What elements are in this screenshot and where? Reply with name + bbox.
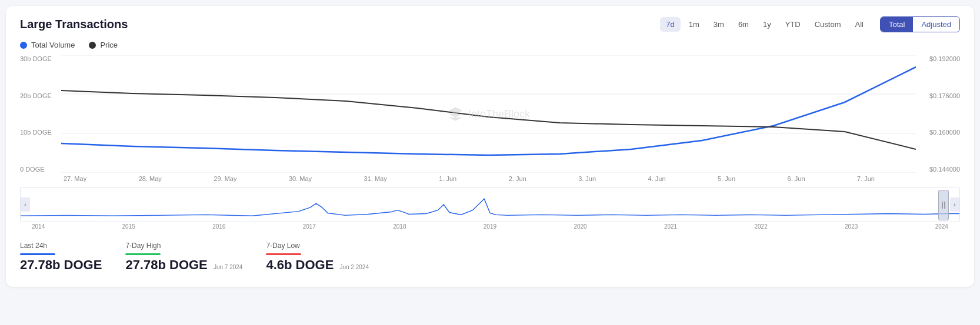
x-label-27may: 27. May — [64, 175, 86, 182]
time-filter-ytd[interactable]: YTD — [779, 17, 806, 32]
stat-7day-high-line — [125, 253, 161, 255]
mini-x-2019: 2019 — [484, 223, 496, 230]
x-label-4jun: 4. Jun — [648, 175, 666, 182]
time-filter-3m[interactable]: 3m — [708, 17, 730, 32]
main-chart-area: IntoTheBlock — [61, 55, 916, 173]
mini-scroll-right-button[interactable]: › — [950, 197, 959, 212]
main-chart-svg — [61, 55, 916, 173]
time-filters: 7d1m3m6m1yYTDCustomAll — [660, 17, 869, 32]
x-label-31may: 31. May — [364, 175, 387, 182]
mini-x-2024: 2024 — [935, 223, 948, 230]
legend-price: Price — [89, 41, 118, 49]
toggle-adjusted-button[interactable]: Adjusted — [913, 17, 959, 32]
stat-7day-low-value: 4.6b DOGE Jun 2 2024 — [266, 257, 369, 273]
stat-7day-high-label: 7-Day High — [125, 242, 242, 250]
mini-x-2018: 2018 — [393, 223, 406, 230]
top-controls: 7d1m3m6m1yYTDCustomAll Total Adjusted — [660, 16, 960, 32]
y-label-20b: 20b DOGE — [20, 92, 58, 99]
mini-volume-line — [21, 199, 959, 216]
total-volume-label: Total Volume — [31, 41, 75, 49]
x-label-7jun: 7. Jun — [857, 175, 875, 182]
time-filter-custom[interactable]: Custom — [809, 17, 847, 32]
y-label-0: 0 DOGE — [20, 166, 58, 173]
main-container: Large Transactions 7d1m3m6m1yYTDCustomAl… — [6, 6, 974, 287]
mini-chart-handle[interactable] — [938, 190, 949, 220]
stat-7day-low-label: 7-Day Low — [266, 242, 369, 250]
mini-x-2014: 2014 — [32, 223, 45, 230]
stat-7day-high-date: Jun 7 2024 — [214, 264, 243, 270]
stat-7day-low-line — [266, 253, 301, 255]
mini-scroll-left-button[interactable]: ‹ — [21, 197, 30, 212]
mini-x-2017: 2017 — [303, 223, 316, 230]
mini-x-2020: 2020 — [574, 223, 586, 230]
mini-x-labels: 2014 2015 2016 2017 2018 2019 2020 2021 … — [20, 222, 960, 230]
mini-x-2022: 2022 — [755, 223, 768, 230]
stat-last-24h-line — [20, 253, 55, 255]
time-filter-all[interactable]: All — [849, 17, 869, 32]
time-filter-7d[interactable]: 7d — [660, 17, 680, 32]
time-filter-1y[interactable]: 1y — [757, 17, 777, 32]
mini-x-2023: 2023 — [845, 223, 858, 230]
stat-last-24h-label: Last 24h — [20, 242, 102, 250]
y-labels-right: $0.192000 $0.176000 $0.160000 $0.144000 — [916, 55, 960, 173]
toggle-total-button[interactable]: Total — [881, 17, 913, 32]
y-label-144: $0.144000 — [919, 166, 960, 173]
stat-7day-low: 7-Day Low 4.6b DOGE Jun 2 2024 — [266, 242, 369, 273]
handle-icon — [941, 199, 946, 211]
stat-7day-low-date: Jun 2 2024 — [339, 264, 369, 270]
x-label-2jun: 2. Jun — [509, 175, 526, 182]
y-label-176: $0.176000 — [919, 92, 960, 99]
legend-total-volume: Total Volume — [20, 41, 75, 49]
x-label-28may: 28. May — [139, 175, 162, 182]
mini-chart[interactable]: ‹ › — [20, 187, 960, 222]
page-title: Large Transactions — [20, 18, 128, 31]
y-label-160: $0.160000 — [919, 129, 960, 136]
header-row: Large Transactions 7d1m3m6m1yYTDCustomAl… — [20, 16, 960, 32]
mini-x-2021: 2021 — [664, 223, 677, 230]
toggle-group: Total Adjusted — [880, 16, 960, 32]
price-label: Price — [100, 41, 118, 49]
x-label-5jun: 5. Jun — [718, 175, 735, 182]
y-label-10b: 10b DOGE — [20, 129, 58, 136]
y-labels-left: 30b DOGE 20b DOGE 10b DOGE 0 DOGE — [20, 55, 61, 173]
y-label-192: $0.192000 — [919, 55, 960, 62]
stat-last-24h-value: 27.78b DOGE — [20, 257, 102, 273]
stats-row: Last 24h 27.78b DOGE 7-Day High 27.78b D… — [20, 242, 960, 273]
total-volume-dot — [20, 42, 27, 49]
mini-x-2016: 2016 — [212, 223, 225, 230]
x-label-1jun: 1. Jun — [439, 175, 456, 182]
stat-last-24h: Last 24h 27.78b DOGE — [20, 242, 102, 273]
legend: Total Volume Price — [20, 41, 960, 49]
stat-7day-high: 7-Day High 27.78b DOGE Jun 7 2024 — [125, 242, 242, 273]
price-dot — [89, 42, 96, 49]
x-label-3jun: 3. Jun — [578, 175, 596, 182]
time-filter-1m[interactable]: 1m — [683, 17, 705, 32]
x-axis-labels: 27. May 28. May 29. May 30. May 31. May … — [20, 175, 960, 182]
time-filter-6m[interactable]: 6m — [732, 17, 755, 32]
y-label-30b: 30b DOGE — [20, 55, 58, 62]
price-line — [61, 91, 916, 149]
mini-chart-svg — [21, 187, 959, 222]
volume-line — [61, 67, 916, 155]
x-label-29may: 29. May — [214, 175, 236, 182]
x-label-30may: 30. May — [289, 175, 312, 182]
mini-chart-container: ‹ › 2014 2015 2016 2017 2018 2019 2020 2… — [20, 187, 960, 230]
stat-7day-high-value: 27.78b DOGE Jun 7 2024 — [125, 257, 242, 273]
mini-x-2015: 2015 — [122, 223, 135, 230]
x-label-6jun: 6. Jun — [788, 175, 805, 182]
